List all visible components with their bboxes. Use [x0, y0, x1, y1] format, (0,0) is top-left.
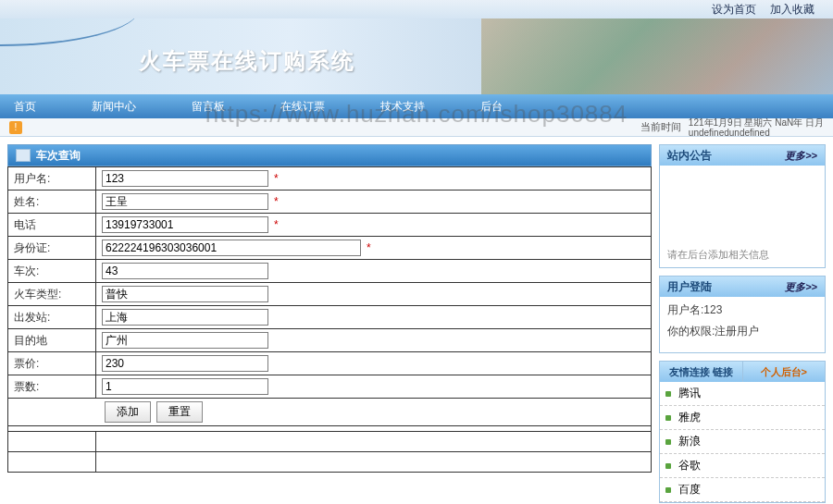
monitor-icon — [16, 149, 31, 162]
field-label: 姓名: — [8, 191, 96, 214]
login-box: 用户登陆 更多>> 用户名:123 你的权限:注册用户 — [659, 276, 826, 353]
empty-cell — [8, 452, 96, 473]
field-input-3[interactable] — [102, 240, 361, 256]
friend-link-item[interactable]: 新浪 — [660, 430, 825, 454]
field-label: 票价: — [8, 352, 96, 375]
tab-personal-admin[interactable]: 个人后台> — [743, 362, 826, 382]
field-label: 出发站: — [8, 306, 96, 329]
tab-friend-links[interactable]: 友情连接 链接 — [660, 362, 743, 382]
top-link-bar: 设为首页 加入收藏 — [0, 0, 833, 18]
main-nav: 首页 新闻中心 留言板 在线订票 技术支持 后台 — [0, 94, 833, 118]
time-label: 当前时间 — [640, 120, 681, 134]
banner: 火车票在线订购系统 — [0, 18, 833, 94]
friend-link-item[interactable]: 谷歌 — [660, 454, 825, 478]
nav-admin[interactable]: 后台 — [480, 99, 503, 115]
field-label: 身份证: — [8, 237, 96, 260]
field-input-2[interactable] — [102, 216, 268, 233]
friend-link-label: 百度 — [678, 482, 701, 498]
required-mark: * — [367, 241, 371, 254]
site-title: 火车票在线订购系统 — [139, 46, 355, 76]
time-value: 121年1月9日 星期六 NaN年 日月 undefinedundefined — [689, 117, 824, 138]
required-mark: * — [274, 195, 279, 208]
info-bar: ! 当前时间 121年1月9日 星期六 NaN年 日月 undefinedund… — [0, 118, 833, 137]
field-input-7[interactable] — [102, 332, 268, 349]
field-input-8[interactable] — [102, 355, 268, 372]
bullet-icon — [665, 463, 671, 469]
field-input-9[interactable] — [102, 378, 268, 395]
bullet-icon — [665, 415, 671, 421]
field-label: 电话 — [8, 214, 96, 237]
login-user-row: 用户名:123 — [667, 302, 817, 318]
form-panel-header: 车次查询 — [7, 144, 652, 166]
field-label: 目的地 — [8, 329, 96, 352]
nav-booking[interactable]: 在线订票 — [280, 99, 325, 115]
empty-cell — [96, 452, 652, 473]
warning-icon: ! — [9, 121, 22, 134]
friend-link-label: 谷歌 — [678, 458, 701, 473]
login-title: 用户登陆 — [667, 279, 712, 295]
login-more-link[interactable]: 更多>> — [785, 280, 817, 294]
friend-link-item[interactable]: 腾讯 — [660, 382, 825, 406]
field-input-0[interactable] — [102, 170, 268, 187]
empty-cell — [96, 432, 652, 452]
set-home-link[interactable]: 设为首页 — [712, 3, 756, 16]
field-label: 车次: — [8, 260, 96, 283]
nav-guestbook[interactable]: 留言板 — [192, 99, 225, 115]
friend-link-label: 新浪 — [678, 434, 701, 449]
field-input-4[interactable] — [102, 263, 268, 279]
banner-decoration — [0, 18, 139, 46]
friend-link-item[interactable]: 雅虎 — [660, 406, 825, 430]
bullet-icon — [665, 439, 671, 445]
bullet-icon — [665, 391, 671, 397]
field-input-5[interactable] — [102, 286, 268, 302]
nav-news[interactable]: 新闻中心 — [92, 99, 136, 115]
add-button[interactable]: 添加 — [105, 401, 151, 423]
bullet-icon — [665, 487, 671, 493]
friend-link-item[interactable]: 百度 — [660, 478, 825, 502]
add-favorite-link[interactable]: 加入收藏 — [770, 3, 814, 16]
announce-more-link[interactable]: 更多>> — [785, 149, 817, 163]
empty-cell — [8, 432, 96, 452]
required-mark: * — [274, 172, 279, 185]
field-label: 火车类型: — [8, 283, 96, 306]
field-input-1[interactable] — [102, 193, 268, 210]
banner-image-facade — [481, 18, 833, 94]
links-box: 友情连接 链接 个人后台> 腾讯雅虎新浪谷歌百度 — [659, 361, 826, 503]
nav-home[interactable]: 首页 — [14, 99, 36, 115]
nav-support[interactable]: 技术支持 — [380, 99, 425, 115]
announce-box: 站内公告 更多>> 请在后台添加相关信息 — [659, 144, 826, 268]
friend-link-label: 雅虎 — [678, 410, 701, 425]
required-mark: * — [274, 218, 279, 231]
sidebar: 站内公告 更多>> 请在后台添加相关信息 用户登陆 更多>> 用户名:123 — [659, 144, 826, 504]
query-form: 用户名:*姓名:*电话*身份证:*车次:火车类型:出发站:目的地票价:票数:添加… — [7, 166, 652, 473]
reset-button[interactable]: 重置 — [156, 401, 203, 423]
panel-title: 车次查询 — [36, 148, 81, 164]
field-label: 票数: — [8, 375, 96, 399]
field-input-6[interactable] — [102, 309, 268, 326]
announce-placeholder: 请在后台添加相关信息 — [667, 248, 817, 262]
main-panel: 车次查询 用户名:*姓名:*电话*身份证:*车次:火车类型:出发站:目的地票价:… — [7, 144, 652, 473]
friend-link-label: 腾讯 — [678, 386, 701, 401]
announce-title: 站内公告 — [667, 148, 712, 164]
field-label: 用户名: — [8, 167, 96, 191]
login-role-row: 你的权限:注册用户 — [667, 324, 817, 339]
